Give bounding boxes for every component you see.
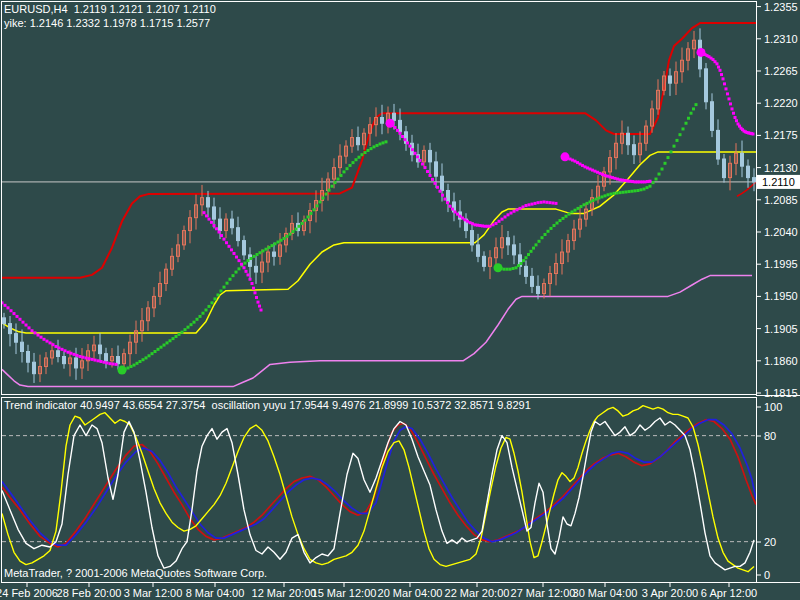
svg-text:22 Mar 20:00: 22 Mar 20:00	[445, 587, 510, 599]
svg-text:3 Apr 20:00: 3 Apr 20:00	[642, 587, 698, 599]
svg-text:20 Mar 04:00: 20 Mar 04:00	[378, 587, 443, 599]
svg-text:1.1905: 1.1905	[764, 323, 798, 335]
svg-text:3 Mar 12:00: 3 Mar 12:00	[124, 587, 183, 599]
chart-window: 1.23551.23101.22651.22201.21751.21301.20…	[0, 0, 800, 600]
svg-text:6 Apr 12:00: 6 Apr 12:00	[701, 587, 757, 599]
symbol-ohlc-label: EURUSD,H4 1.2119 1.2121 1.2107 1.2110	[4, 3, 216, 16]
indicator-values-label: yike: 1.2146 1.2332 1.1978 1.1715 1.2577	[4, 17, 210, 30]
chart-canvas[interactable]: 1.23551.23101.22651.22201.21751.21301.20…	[0, 0, 800, 600]
current-price-badge: 1.2110	[757, 175, 800, 189]
svg-text:1.2085: 1.2085	[764, 194, 798, 206]
svg-text:1.1995: 1.1995	[764, 258, 798, 270]
svg-text:1.2355: 1.2355	[764, 1, 798, 13]
svg-text:30 Mar 04:00: 30 Mar 04:00	[573, 587, 638, 599]
svg-text:100: 100	[764, 401, 782, 413]
svg-text:24 Feb 2006: 24 Feb 2006	[0, 587, 58, 599]
svg-text:1.2220: 1.2220	[764, 97, 798, 109]
svg-text:1.1860: 1.1860	[764, 355, 798, 367]
svg-text:1.2110: 1.2110	[762, 176, 795, 188]
svg-text:8 Mar 04:00: 8 Mar 04:00	[186, 587, 245, 599]
svg-text:1.2130: 1.2130	[764, 162, 798, 174]
svg-text:1.2265: 1.2265	[764, 65, 798, 77]
svg-text:1.1815: 1.1815	[764, 387, 798, 399]
svg-text:27 Mar 12:00: 27 Mar 12:00	[511, 587, 576, 599]
svg-text:12 Mar 20:00: 12 Mar 20:00	[252, 587, 317, 599]
svg-text:1.2175: 1.2175	[764, 129, 798, 141]
svg-text:1.2310: 1.2310	[764, 33, 798, 45]
copyright-label: MetaTrader, ? 2001-2006 MetaQuotes Softw…	[4, 567, 267, 580]
svg-text:1.2040: 1.2040	[764, 226, 798, 238]
svg-text:28 Feb 20:00: 28 Feb 20:00	[57, 587, 122, 599]
svg-text:20: 20	[764, 536, 776, 548]
svg-text:0: 0	[764, 569, 770, 581]
oscillator-values-label: Trend indicator 40.9497 43.6554 27.3754 …	[4, 399, 531, 412]
svg-text:15 Mar 12:00: 15 Mar 12:00	[312, 587, 377, 599]
svg-text:80: 80	[764, 430, 776, 442]
svg-text:1.1950: 1.1950	[764, 290, 798, 302]
